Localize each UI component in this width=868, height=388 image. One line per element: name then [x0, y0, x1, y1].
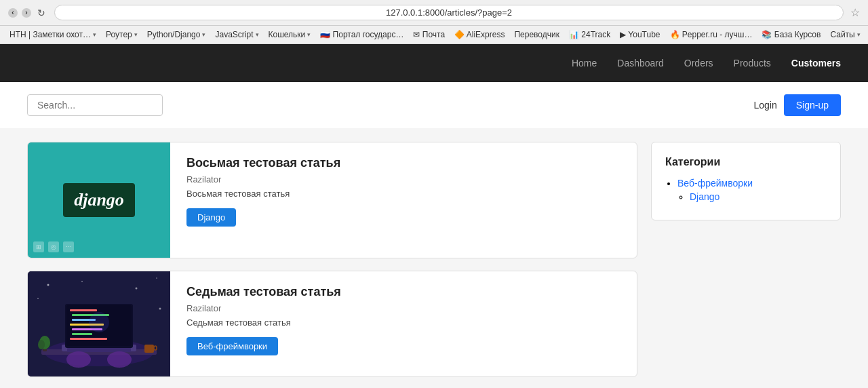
signup-button[interactable]: Sign-up: [784, 94, 841, 116]
svg-rect-12: [70, 338, 107, 340]
bookmark-nth[interactable]: НТН | Заметки охот… ▾: [7, 28, 99, 41]
article-card: django ⊞ ◎ ⋯ Восьмая тестовая статья Raz…: [27, 142, 637, 258]
thumbnail-controls: ⊞ ◎ ⋯: [33, 241, 74, 252]
django-logo-text: django: [74, 190, 124, 210]
svg-point-25: [156, 277, 157, 279]
article-excerpt-2: Седьмая тестовая статья: [186, 317, 341, 328]
bookmark-js[interactable]: JavaScript ▾: [212, 28, 261, 41]
back-button[interactable]: ‹: [8, 8, 18, 18]
bookmark-ali[interactable]: 🔶 AliExpress: [452, 28, 507, 41]
bookmark-pepper[interactable]: 🔥 Pepper.ru - лучш…: [667, 28, 755, 41]
category-link-webframeworks[interactable]: Веб-фреймворки: [677, 178, 753, 189]
articles-list: django ⊞ ◎ ⋯ Восьмая тестовая статья Raz…: [27, 142, 637, 377]
bookmark-portal[interactable]: 🇷🇺 Портал государс…: [317, 28, 406, 41]
reload-button[interactable]: ↻: [35, 7, 47, 19]
article-author-1: Razilator: [186, 174, 340, 185]
sub-category-list: Django: [677, 191, 827, 202]
sub-category-item-django: Django: [690, 191, 827, 202]
bookmark-icon[interactable]: ☆: [850, 6, 860, 19]
svg-rect-20: [144, 345, 154, 353]
category-list: Веб-фреймворки Django: [665, 178, 827, 202]
svg-point-24: [136, 288, 138, 290]
sidebar-card: Категории Веб-фреймворки Django: [651, 142, 841, 220]
nav-orders[interactable]: Orders: [684, 58, 713, 69]
nav-home[interactable]: Home: [572, 58, 597, 69]
browser-controls: ‹ › ↻: [8, 7, 47, 19]
bookmark-translate[interactable]: Переводчик: [511, 28, 562, 41]
main-content: django ⊞ ◎ ⋯ Восьмая тестовая статья Raz…: [0, 128, 868, 388]
bookmark-24track[interactable]: 📊 24Track: [566, 28, 613, 41]
nav-dashboard[interactable]: Dashboard: [617, 58, 664, 69]
thumb-ctrl-more: ⋯: [63, 241, 74, 252]
bookmark-sites[interactable]: Сайты ▾: [827, 28, 863, 41]
django-thumbnail: django ⊞ ◎ ⋯: [28, 142, 170, 258]
sidebar: Категории Веб-фреймворки Django: [651, 142, 841, 377]
search-bar-wrapper: Login Sign-up: [0, 82, 868, 128]
bookmark-python[interactable]: Python/Django ▾: [144, 28, 209, 41]
svg-rect-14: [67, 348, 131, 352]
forward-button[interactable]: ›: [22, 8, 31, 18]
nav-products[interactable]: Products: [734, 58, 771, 69]
svg-point-27: [159, 308, 161, 310]
svg-point-22: [47, 284, 50, 286]
category-item-webframeworks: Веб-фреймворки Django: [677, 178, 827, 202]
article-thumbnail-2: [28, 271, 170, 376]
sidebar-categories-title: Категории: [665, 156, 827, 168]
bookmark-router[interactable]: Роутер ▾: [103, 28, 140, 41]
browser-bar: ‹ › ↻ 127.0.0.1:8000/articles/?page=2 ☆: [0, 0, 868, 26]
bookmark-mail[interactable]: ✉ Почта: [410, 28, 448, 41]
svg-rect-11: [72, 333, 92, 335]
article-body-2: Седьмая тестовая статья Razilator Седьма…: [170, 271, 357, 376]
search-input[interactable]: [27, 94, 163, 116]
bookmark-courses[interactable]: 📚 База Курсов: [759, 28, 823, 41]
auth-buttons: Login Sign-up: [753, 94, 841, 116]
svg-point-13: [89, 312, 109, 332]
svg-point-19: [38, 340, 45, 349]
thumb-ctrl-camera: ◎: [48, 241, 59, 252]
svg-point-16: [107, 351, 132, 368]
site-header: Home Dashboard Orders Products Customers: [0, 44, 868, 82]
article-thumbnail-1: django ⊞ ◎ ⋯: [28, 142, 170, 258]
article-tag-button-2[interactable]: Веб-фреймворки: [186, 337, 278, 355]
nav-customers[interactable]: Customers: [791, 58, 841, 69]
webdev-thumbnail: [28, 271, 170, 376]
article-title-2: Седьмая тестовая статья: [186, 285, 341, 299]
bookmark-wallets[interactable]: Кошельки ▾: [266, 28, 314, 41]
sub-category-link-django[interactable]: Django: [690, 191, 719, 202]
article-author-2: Razilator: [186, 303, 341, 313]
login-button[interactable]: Login: [753, 100, 776, 111]
article-tag-button-1[interactable]: Django: [186, 208, 236, 227]
bookmarks-bar: НТН | Заметки охот… ▾ Роутер ▾ Python/Dj…: [0, 26, 868, 44]
thumb-ctrl-expand: ⊞: [33, 241, 44, 252]
article-body-1: Восьмая тестовая статья Razilator Восьма…: [170, 142, 357, 258]
svg-rect-6: [70, 309, 97, 311]
django-logo: django: [63, 183, 135, 217]
svg-point-23: [81, 281, 83, 282]
article-excerpt-1: Восьмая тестовая статья: [186, 189, 340, 199]
svg-point-26: [37, 298, 39, 299]
article-card-2: Седьмая тестовая статья Razilator Седьма…: [27, 271, 637, 377]
address-bar[interactable]: 127.0.0.1:8000/articles/?page=2: [54, 5, 844, 20]
bookmark-youtube[interactable]: ▶ YouTube: [617, 28, 663, 41]
article-title-1: Восьмая тестовая статья: [186, 156, 340, 170]
svg-point-15: [66, 351, 91, 368]
